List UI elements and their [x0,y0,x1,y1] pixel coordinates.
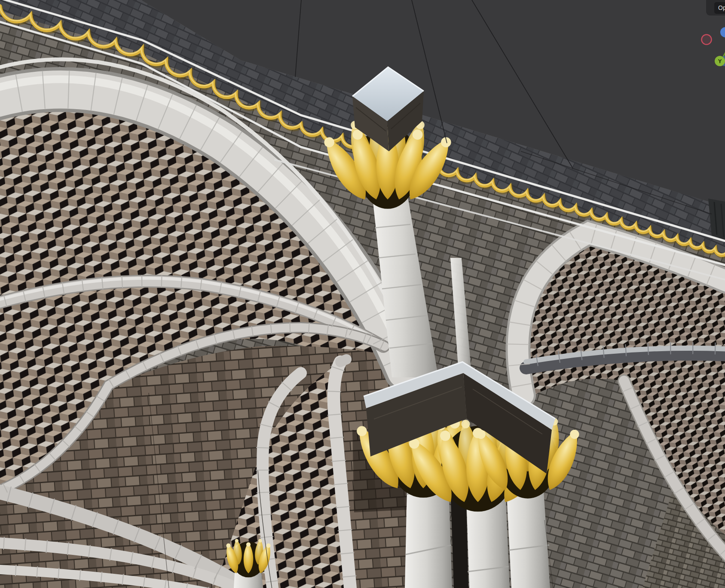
viewport-render [0,0,725,588]
options-button[interactable]: Op [714,2,725,14]
viewport-header-panel: Op [706,0,725,15]
blender-3d-viewport[interactable]: Op Y [0,0,725,588]
